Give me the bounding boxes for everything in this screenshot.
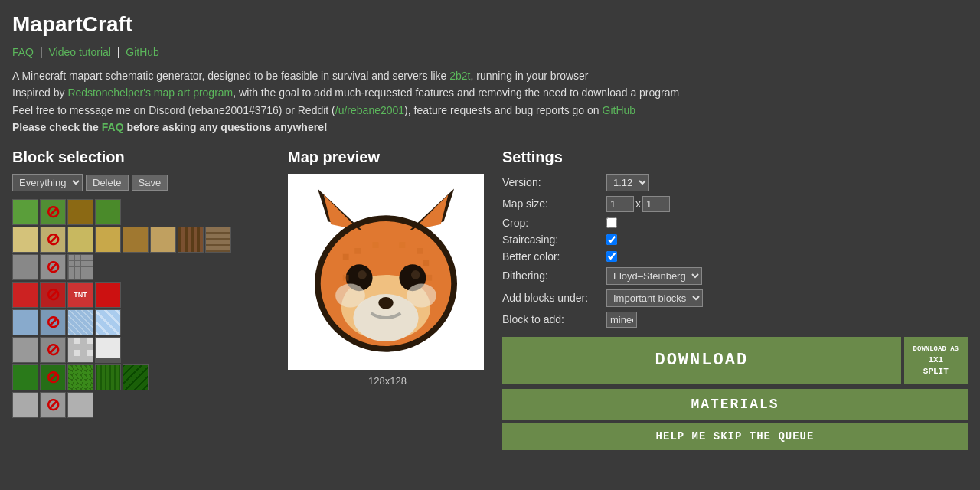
block-to-add-input[interactable]	[606, 312, 637, 328]
redstonehelper-link[interactable]: Redstonehelper's map art program	[67, 87, 233, 99]
block-cell[interactable]	[67, 199, 93, 225]
better-color-label: Better color:	[502, 250, 602, 263]
block-selection-title: Block selection	[12, 149, 273, 166]
block-grid: ⊘ ⊘	[12, 199, 273, 418]
block-cell[interactable]	[150, 227, 176, 253]
block-cell[interactable]	[67, 254, 93, 280]
svg-point-13	[358, 270, 367, 279]
staircasing-checkbox[interactable]	[606, 234, 617, 245]
block-cell[interactable]	[122, 227, 149, 253]
map-preview-panel: Map preview	[288, 149, 487, 387]
block-cell[interactable]	[12, 254, 38, 280]
dithering-select[interactable]: Floyd–Steinberg None Ordered	[606, 267, 702, 285]
2b2t-link[interactable]: 2b2t	[449, 70, 470, 82]
block-cell[interactable]	[67, 337, 93, 363]
block-cell[interactable]	[12, 282, 38, 308]
materials-button[interactable]: MATERIALS	[502, 389, 968, 420]
block-cell[interactable]	[67, 364, 93, 390]
block-to-add-label: Block to add:	[502, 313, 602, 325]
faq-link[interactable]: FAQ	[12, 46, 34, 58]
svg-rect-18	[343, 253, 349, 260]
map-size-y-input[interactable]	[642, 196, 670, 212]
better-color-row: Better color:	[502, 250, 968, 263]
block-cell-disabled[interactable]: ⊘	[40, 309, 66, 335]
block-cell-disabled[interactable]: ⊘	[40, 227, 66, 253]
svg-rect-21	[399, 242, 405, 248]
block-cell-disabled[interactable]: ⊘	[40, 199, 66, 225]
version-select[interactable]: 1.12 1.16 1.17 1.18	[606, 174, 649, 191]
block-cell[interactable]	[95, 337, 121, 363]
fox-preview	[291, 177, 481, 367]
download-section: DOWNLOAD DOWNLOAD AS 1X1SPLIT	[502, 337, 968, 384]
block-cell[interactable]	[95, 364, 121, 390]
block-cell[interactable]	[12, 227, 38, 253]
block-cell[interactable]	[12, 309, 38, 335]
crop-label: Crop:	[502, 217, 602, 229]
map-size-row: Map size: x	[502, 196, 968, 212]
block-cell-disabled[interactable]: ⊘	[40, 392, 66, 418]
map-size-label: 128x128	[288, 375, 487, 387]
block-row: ⊘	[12, 309, 273, 335]
svg-point-17	[407, 283, 436, 307]
block-cell-disabled[interactable]: ⊘	[40, 337, 66, 363]
crop-row: Crop:	[502, 217, 968, 229]
download-button[interactable]: DOWNLOAD	[502, 337, 901, 384]
app-title: MapartCraft	[12, 12, 968, 37]
svg-rect-24	[426, 274, 432, 280]
save-button[interactable]: Save	[132, 175, 168, 191]
github-desc-link[interactable]: GitHub	[603, 104, 636, 116]
block-row: ⊘	[12, 254, 273, 280]
block-selection-panel: Block selection Everything Survival Cust…	[12, 149, 273, 418]
version-row: Version: 1.12 1.16 1.17 1.18	[502, 174, 968, 191]
preset-select[interactable]: Everything Survival Custom	[12, 174, 83, 191]
block-cell-disabled[interactable]: ⊘	[40, 254, 66, 280]
map-preview-box	[288, 174, 484, 370]
github-link[interactable]: GitHub	[126, 46, 159, 58]
block-cell[interactable]	[122, 364, 149, 390]
block-to-add-row: Block to add:	[502, 312, 968, 328]
svg-rect-19	[354, 248, 361, 254]
download-split-button[interactable]: DOWNLOAD AS 1X1SPLIT	[904, 337, 968, 384]
better-color-checkbox[interactable]	[606, 251, 617, 262]
block-cell[interactable]	[12, 337, 38, 363]
block-cell[interactable]	[95, 309, 121, 335]
crop-checkbox[interactable]	[606, 217, 617, 228]
version-label: Version:	[502, 176, 602, 188]
block-row: ⊘	[12, 364, 273, 390]
block-cell[interactable]	[12, 392, 38, 418]
block-cell[interactable]	[67, 227, 93, 253]
faq-desc-link[interactable]: FAQ	[102, 121, 124, 133]
block-cell-disabled[interactable]: ⊘	[40, 282, 66, 308]
split-label: 1X1SPLIT	[923, 355, 949, 376]
block-cell[interactable]	[95, 227, 121, 253]
svg-point-15	[378, 297, 393, 309]
block-cell[interactable]	[178, 227, 204, 253]
block-cell[interactable]: TNT	[67, 282, 93, 308]
block-cell[interactable]	[95, 282, 121, 308]
main-layout: Block selection Everything Survival Cust…	[12, 149, 968, 450]
block-controls: Everything Survival Custom Delete Save	[12, 174, 273, 191]
block-cell[interactable]	[205, 227, 231, 253]
svg-rect-20	[373, 242, 379, 248]
nav-links: FAQ | Video tutorial | GitHub	[12, 46, 968, 58]
map-preview-title: Map preview	[288, 149, 487, 166]
map-size-x-input[interactable]	[606, 196, 634, 212]
svg-point-16	[335, 283, 365, 307]
skip-queue-button[interactable]: HELP ME SKIP THE QUEUE	[502, 423, 968, 450]
block-cell[interactable]	[95, 199, 121, 225]
block-cell-disabled[interactable]: ⊘	[40, 364, 66, 390]
add-blocks-select[interactable]: Important blocks All blocks No blocks	[606, 289, 703, 307]
dithering-row: Dithering: Floyd–Steinberg None Ordered	[502, 267, 968, 285]
delete-button[interactable]: Delete	[86, 175, 129, 191]
block-cell[interactable]	[67, 309, 93, 335]
block-cell[interactable]	[67, 392, 93, 418]
download-as-label: DOWNLOAD AS	[913, 345, 959, 353]
svg-rect-25	[343, 274, 349, 280]
block-cell[interactable]	[12, 364, 38, 390]
reddit-link[interactable]: /u/rebane2001	[335, 104, 404, 116]
video-tutorial-link[interactable]: Video tutorial	[48, 46, 110, 58]
block-cell[interactable]	[12, 199, 38, 225]
map-size-inputs: x	[606, 196, 670, 212]
block-row: ⊘ TNT	[12, 282, 273, 308]
staircasing-label: Staircasing:	[502, 234, 602, 246]
